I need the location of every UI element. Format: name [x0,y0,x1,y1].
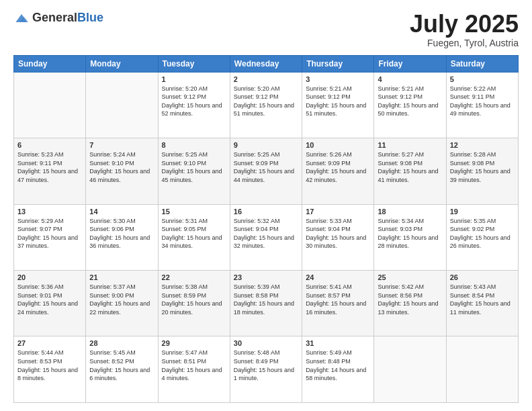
cell-info: Sunrise: 5:27 AMSunset: 9:08 PMDaylight:… [378,151,438,183]
day-number: 13 [17,208,82,216]
table-row: 31 Sunrise: 5:49 AMSunset: 8:48 PMDaylig… [302,336,374,403]
cell-info: Sunrise: 5:48 AMSunset: 8:49 PMDaylight:… [234,349,294,381]
day-number: 11 [378,141,442,149]
table-row: 17 Sunrise: 5:33 AMSunset: 9:04 PMDaylig… [302,204,374,270]
header-wednesday: Wednesday [230,55,302,72]
cell-info: Sunrise: 5:42 AMSunset: 8:56 PMDaylight:… [378,283,438,316]
day-number: 17 [306,208,370,216]
day-number: 10 [306,141,370,149]
cell-info: Sunrise: 5:44 AMSunset: 8:53 PMDaylight:… [17,349,78,381]
table-row: 24 Sunrise: 5:41 AMSunset: 8:57 PMDaylig… [302,271,374,336]
table-row: 4 Sunrise: 5:21 AMSunset: 9:12 PMDayligh… [374,72,446,138]
table-row: 15 Sunrise: 5:31 AMSunset: 9:05 PMDaylig… [158,204,230,270]
logo-general: GeneralBlue [32,11,103,25]
cell-info: Sunrise: 5:49 AMSunset: 8:48 PMDaylight:… [306,349,366,381]
cell-info: Sunrise: 5:39 AMSunset: 8:58 PMDaylight:… [234,283,294,316]
table-row: 28 Sunrise: 5:45 AMSunset: 8:52 PMDaylig… [86,336,158,403]
table-row: 26 Sunrise: 5:43 AMSunset: 8:54 PMDaylig… [446,271,518,336]
day-number: 4 [378,75,442,83]
table-row: 5 Sunrise: 5:22 AMSunset: 9:11 PMDayligh… [446,72,518,138]
table-row: 23 Sunrise: 5:39 AMSunset: 8:58 PMDaylig… [230,271,302,336]
header-monday: Monday [86,55,158,72]
day-number: 3 [306,75,370,83]
cell-info: Sunrise: 5:32 AMSunset: 9:04 PMDaylight:… [234,218,294,250]
cell-info: Sunrise: 5:37 AMSunset: 9:00 PMDaylight:… [89,283,150,316]
day-number: 7 [89,141,154,149]
table-row: 30 Sunrise: 5:48 AMSunset: 8:49 PMDaylig… [230,336,302,403]
table-row: 2 Sunrise: 5:20 AMSunset: 9:12 PMDayligh… [230,72,302,138]
week-row-5: 27 Sunrise: 5:44 AMSunset: 8:53 PMDaylig… [14,336,519,403]
table-row [14,72,86,138]
cell-info: Sunrise: 5:47 AMSunset: 8:51 PMDaylight:… [162,349,222,381]
cell-info: Sunrise: 5:21 AMSunset: 9:12 PMDaylight:… [306,85,366,118]
day-number: 15 [162,208,226,216]
table-row: 22 Sunrise: 5:38 AMSunset: 8:59 PMDaylig… [158,271,230,336]
title-block: July 2025 Fuegen, Tyrol, Austria [410,11,519,48]
table-row: 7 Sunrise: 5:24 AMSunset: 9:10 PMDayligh… [86,138,158,204]
cell-info: Sunrise: 5:41 AMSunset: 8:57 PMDaylight:… [306,283,366,316]
cell-info: Sunrise: 5:25 AMSunset: 9:09 PMDaylight:… [234,151,294,183]
table-row: 1 Sunrise: 5:20 AMSunset: 9:12 PMDayligh… [158,72,230,138]
table-row [446,336,518,403]
header-saturday: Saturday [446,55,518,72]
table-row: 29 Sunrise: 5:47 AMSunset: 8:51 PMDaylig… [158,336,230,403]
cell-info: Sunrise: 5:20 AMSunset: 9:12 PMDaylight:… [162,85,222,118]
day-number: 21 [89,273,154,281]
day-number: 18 [378,208,442,216]
day-number: 25 [378,273,442,281]
table-row: 16 Sunrise: 5:32 AMSunset: 9:04 PMDaylig… [230,204,302,270]
day-number: 31 [306,339,370,347]
cell-info: Sunrise: 5:35 AMSunset: 9:02 PMDaylight:… [450,218,511,250]
logo: GeneralBlue [13,11,103,25]
cell-info: Sunrise: 5:26 AMSunset: 9:09 PMDaylight:… [306,151,366,183]
header: GeneralBlue July 2025 Fuegen, Tyrol, Aus… [13,11,519,48]
week-row-1: 1 Sunrise: 5:20 AMSunset: 9:12 PMDayligh… [14,72,519,138]
table-row: 20 Sunrise: 5:36 AMSunset: 9:01 PMDaylig… [14,271,86,336]
header-tuesday: Tuesday [158,55,230,72]
week-row-2: 6 Sunrise: 5:23 AMSunset: 9:11 PMDayligh… [14,138,519,204]
table-row: 14 Sunrise: 5:30 AMSunset: 9:06 PMDaylig… [86,204,158,270]
table-row: 9 Sunrise: 5:25 AMSunset: 9:09 PMDayligh… [230,138,302,204]
cell-info: Sunrise: 5:28 AMSunset: 9:08 PMDaylight:… [450,151,511,183]
header-thursday: Thursday [302,55,374,72]
cell-info: Sunrise: 5:21 AMSunset: 9:12 PMDaylight:… [378,85,438,118]
cell-info: Sunrise: 5:22 AMSunset: 9:11 PMDaylight:… [450,85,511,118]
day-number: 5 [450,75,515,83]
day-number: 20 [17,273,82,281]
cell-info: Sunrise: 5:20 AMSunset: 9:12 PMDaylight:… [234,85,294,118]
table-row: 12 Sunrise: 5:28 AMSunset: 9:08 PMDaylig… [446,138,518,204]
day-number: 12 [450,141,515,149]
table-row: 3 Sunrise: 5:21 AMSunset: 9:12 PMDayligh… [302,72,374,138]
week-row-3: 13 Sunrise: 5:29 AMSunset: 9:07 PMDaylig… [14,204,519,270]
table-row: 25 Sunrise: 5:42 AMSunset: 8:56 PMDaylig… [374,271,446,336]
day-number: 29 [162,339,226,347]
cell-info: Sunrise: 5:43 AMSunset: 8:54 PMDaylight:… [450,283,511,316]
day-number: 30 [234,339,298,347]
table-row [374,336,446,403]
table-row: 27 Sunrise: 5:44 AMSunset: 8:53 PMDaylig… [14,336,86,403]
cell-info: Sunrise: 5:30 AMSunset: 9:06 PMDaylight:… [89,218,150,250]
logo-icon [13,11,30,25]
cell-info: Sunrise: 5:23 AMSunset: 9:11 PMDaylight:… [17,151,78,183]
cell-info: Sunrise: 5:31 AMSunset: 9:05 PMDaylight:… [162,218,222,250]
table-row: 13 Sunrise: 5:29 AMSunset: 9:07 PMDaylig… [14,204,86,270]
page: GeneralBlue July 2025 Fuegen, Tyrol, Aus… [0,0,532,411]
cell-info: Sunrise: 5:34 AMSunset: 9:03 PMDaylight:… [378,218,438,250]
table-row [86,72,158,138]
cell-info: Sunrise: 5:36 AMSunset: 9:01 PMDaylight:… [17,283,78,316]
day-number: 14 [89,208,154,216]
day-number: 1 [162,75,226,83]
day-number: 16 [234,208,298,216]
day-number: 28 [89,339,154,347]
day-number: 8 [162,141,226,149]
cell-info: Sunrise: 5:29 AMSunset: 9:07 PMDaylight:… [17,218,78,250]
header-friday: Friday [374,55,446,72]
cell-info: Sunrise: 5:38 AMSunset: 8:59 PMDaylight:… [162,283,222,316]
table-row: 11 Sunrise: 5:27 AMSunset: 9:08 PMDaylig… [374,138,446,204]
day-number: 22 [162,273,226,281]
table-row: 18 Sunrise: 5:34 AMSunset: 9:03 PMDaylig… [374,204,446,270]
table-row: 21 Sunrise: 5:37 AMSunset: 9:00 PMDaylig… [86,271,158,336]
day-number: 9 [234,141,298,149]
month-year: July 2025 [410,11,519,38]
header-sunday: Sunday [14,55,86,72]
